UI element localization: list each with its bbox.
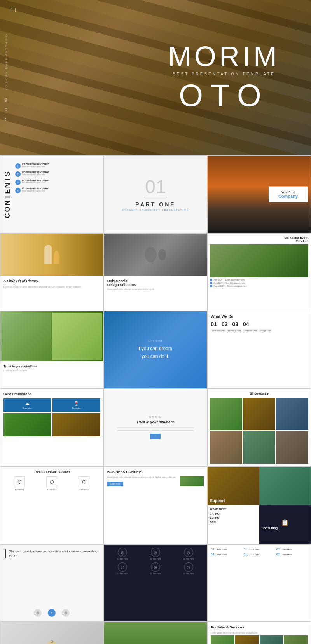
quote-icon-2: ●	[48, 609, 56, 617]
hero-sidebar-text: YOU CAN MAKE ANYTHING	[5, 33, 8, 90]
whatwedo-num-2: 02	[222, 321, 228, 327]
concept-image	[180, 476, 204, 486]
title-card-num-6: 01.	[276, 553, 281, 556]
icon-grid-item-6: ◎ 01 Title Here	[173, 562, 204, 575]
title-card-text-1: Title Here	[217, 548, 227, 551]
whats-new-label: Whats New?	[210, 508, 257, 510]
part-line	[144, 199, 167, 199]
title-card-num-5: 01.	[244, 553, 248, 556]
slide-intuitions: MORIM Trust in your intuitions ↑	[104, 389, 208, 466]
icon-grid-item-5: ◎ 01 Title Here	[140, 562, 171, 575]
history-image	[0, 234, 103, 276]
contents-item-2: 2 POWER PRESENTATION Brief description g…	[15, 171, 100, 177]
company-year-text: Year Best	[274, 190, 302, 194]
social-p-icon[interactable]: p	[5, 106, 8, 112]
timeline-header: Marketing Event Timeline	[210, 236, 308, 243]
whatwedo-label-4: Design Plan	[259, 329, 272, 332]
social-g-icon[interactable]: g	[5, 96, 8, 102]
promo-tiger-image	[52, 413, 100, 436]
portfolio-img-2	[235, 635, 259, 644]
showcase-grid	[210, 398, 308, 464]
hero-square-decoration	[11, 8, 16, 12]
whatwedo-labels: Business Strat Marketing Plan Customer C…	[211, 329, 308, 332]
timeline-title-block: Marketing Event Timeline	[284, 236, 308, 243]
intuitions-brand: MORIM	[149, 416, 162, 419]
consulting-title: Consulting	[262, 526, 308, 530]
icon-circle-1: ◎	[118, 548, 127, 557]
company-text-box: Year Best Company	[269, 186, 308, 202]
promo-box-2: 🍷 Description	[52, 398, 100, 412]
icon-circle-2: ◎	[151, 548, 160, 557]
concept-text: Lorem ipsum dolor sit amet, consectetur …	[107, 476, 178, 479]
history-divider	[3, 284, 15, 284]
trust-text: Lorem ipsum dolor sit amet	[3, 369, 100, 372]
slide-trust: Trust in your intuitions Lorem ipsum dol…	[0, 311, 104, 389]
function-icon-box-2: ⬡ Function 2	[46, 476, 57, 491]
slide-grid: CONTENTS 1 POWER PRESENTATION Brief desc…	[0, 155, 311, 644]
slide-mountain: ⚙ ✉ ✿ ♪ ◎ ✦	[104, 622, 208, 644]
title-card-num-2: 01.	[244, 548, 248, 551]
title-cards-grid: 01. Title Here 01. Title Here 01. Title …	[211, 548, 308, 556]
timeline-row-2: June 2024 — Event description here	[210, 282, 308, 284]
quote-icon-3: ◎	[62, 609, 70, 617]
title-card-num-1: 01.	[211, 548, 215, 551]
hero-title-sub: OTO	[168, 78, 280, 113]
quote-text: "Success usually comes to those who are …	[5, 549, 99, 558]
timeline-dot-1	[210, 279, 212, 281]
title-card-4: 01. Title Here	[211, 553, 242, 556]
contents-heading: CONTENTS	[3, 170, 12, 218]
quote-icons: ◎ ● ◎	[5, 609, 99, 617]
icon-label-6: 01 Title Here	[183, 572, 194, 575]
contents-item-3: 3 POWER PRESENTATION Brief description g…	[15, 179, 100, 185]
title-card-num-3: 01.	[276, 548, 281, 551]
portfolio-img-3	[260, 635, 283, 644]
support-bottom-right: 📋 Consulting	[259, 505, 311, 544]
intuitions-button[interactable]: ↑	[150, 434, 161, 439]
showcase-img-3	[276, 398, 308, 430]
icon-label-5: 01 Title Here	[150, 572, 161, 575]
slide-company: Year Best Company	[207, 155, 311, 233]
intuitions-title: Trust in your intuitions	[136, 420, 175, 424]
baby-image: 👶	[0, 622, 103, 644]
quote-icon-1: ◎	[34, 609, 42, 617]
function-icon-2: ⬡	[46, 476, 57, 487]
icon-circle-4: ◎	[118, 562, 127, 572]
stat-3: 50%	[210, 520, 257, 524]
whatwedo-title: What We Do	[211, 314, 308, 319]
title-card-num-4: 01.	[211, 553, 215, 556]
portfolio-grid	[211, 635, 308, 644]
title-card-text-3: Title Here	[282, 548, 292, 551]
icon-grid-item-2: ◎ 01 Title Here	[140, 548, 171, 560]
function-label-1: Function 1	[15, 489, 24, 491]
timeline-row-3: August 2024 — Event description here	[210, 285, 308, 287]
history-content: A Little Bit of History Lorem ipsum dolo…	[0, 276, 103, 291]
design-text: Lorem ipsum dolor sit amet, consectetur …	[107, 288, 204, 291]
hero-section: YOU CAN MAKE ANYTHING g p t MORIM BEST P…	[0, 0, 311, 155]
history-title: A Little Bit of History	[3, 279, 100, 283]
slide-function: Trust in special function ⬡ Function 1 ⬡…	[0, 466, 104, 544]
portfolio-desc: Lorem ipsum dolor sit amet, consectetur …	[211, 632, 308, 634]
function-label-3: Function 3	[80, 489, 89, 491]
title-card-6: 01. Title Here	[276, 553, 308, 556]
timeline-text-1: April 2024 — Event description here	[213, 279, 245, 281]
support-grid: Support Whats New? 14,800 23,400 50% 📋 C…	[208, 467, 311, 544]
social-t-icon[interactable]: t	[5, 117, 8, 122]
baby-figure-icon: 👶	[46, 640, 58, 644]
slide-history: A Little Bit of History Lorem ipsum dolo…	[0, 233, 104, 311]
stat-2: 23,400	[210, 516, 257, 520]
support-top-left: Support	[208, 467, 259, 505]
history-text: Lorem ipsum dolor sit amet, consectetur …	[3, 286, 100, 288]
slide-dream: MORIM If you can dream, you can do it.	[104, 311, 208, 389]
contents-items-list: 1 POWER PRESENTATION Brief description g…	[15, 159, 100, 193]
concept-button[interactable]: Learn More	[107, 482, 124, 486]
icon-grid-item-3: ◎ 01 Title Here	[173, 548, 204, 560]
intuition-line-2	[117, 429, 194, 429]
whatwedo-num-3: 03	[232, 321, 238, 327]
title-card-3: 01. Title Here	[276, 548, 308, 551]
promo-icon-2: 🍷	[73, 401, 79, 406]
showcase-img-5	[243, 431, 275, 464]
whatwedo-label-1: Business Strat	[211, 329, 225, 332]
contents-sub-3: Brief description goes here	[22, 182, 49, 184]
timeline-dot-2	[210, 282, 212, 284]
slide-contents: CONTENTS 1 POWER PRESENTATION Brief desc…	[0, 155, 104, 233]
